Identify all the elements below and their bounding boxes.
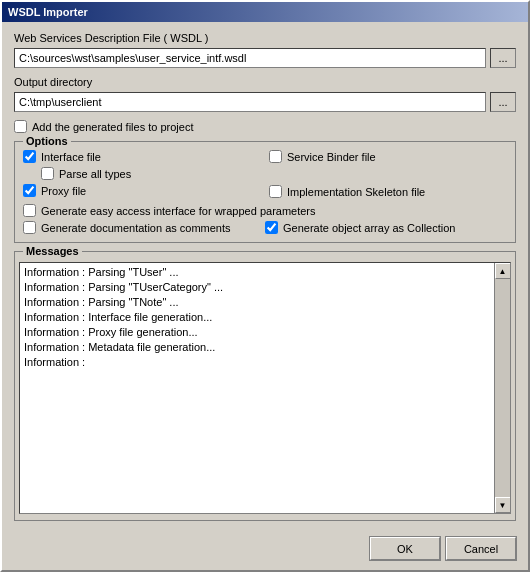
easy-access-checkbox[interactable] [23, 204, 36, 217]
interface-file-label: Interface file [41, 151, 101, 163]
output-input-row: ... [14, 92, 516, 112]
output-browse-button[interactable]: ... [490, 92, 516, 112]
service-binder-label: Service Binder file [287, 151, 376, 163]
interface-file-checkbox[interactable] [23, 150, 36, 163]
cancel-button[interactable]: Cancel [446, 537, 516, 560]
generate-object-array-row: Generate object array as Collection [265, 221, 507, 234]
options-right-col: Service Binder file Implementation Skele… [269, 150, 507, 198]
service-binder-row: Service Binder file [269, 150, 507, 163]
messages-group: Messages Information : Parsing "TUser" .… [14, 251, 516, 521]
add-to-project-label: Add the generated files to project [32, 121, 193, 133]
wsdl-input[interactable] [14, 48, 486, 68]
generate-docs-row: Generate documentation as comments [23, 221, 265, 234]
ok-button[interactable]: OK [370, 537, 440, 560]
options-legend: Options [23, 135, 71, 147]
options-grid: Interface file Parse all types Proxy fil… [23, 150, 507, 198]
proxy-file-label: Proxy file [41, 185, 86, 197]
messages-text: Information : Parsing "TUser" ...Informa… [20, 263, 494, 513]
interface-file-row: Interface file [23, 150, 261, 163]
wsdl-browse-button[interactable]: ... [490, 48, 516, 68]
generate-object-array-label: Generate object array as Collection [283, 222, 455, 234]
parse-all-types-label: Parse all types [59, 168, 131, 180]
messages-content: Information : Parsing "TUser" ...Informa… [19, 262, 511, 514]
bottom-options-grid: Generate documentation as comments Gener… [23, 221, 507, 234]
wsdl-input-row: ... [14, 48, 516, 68]
easy-access-label: Generate easy access interface for wrapp… [41, 205, 316, 217]
scrollbar: ▲ ▼ [494, 263, 510, 513]
output-field-group: Output directory ... [14, 76, 516, 112]
generate-docs-label: Generate documentation as comments [41, 222, 231, 234]
proxy-file-row: Proxy file [23, 184, 261, 197]
add-to-project-checkbox[interactable] [14, 120, 27, 133]
messages-legend: Messages [23, 245, 82, 257]
options-left-col: Interface file Parse all types Proxy fil… [23, 150, 261, 198]
scroll-down-button[interactable]: ▼ [495, 497, 511, 513]
scroll-track [495, 279, 510, 497]
scroll-up-button[interactable]: ▲ [495, 263, 511, 279]
output-label: Output directory [14, 76, 516, 88]
implementation-skeleton-checkbox[interactable] [269, 185, 282, 198]
generate-docs-checkbox[interactable] [23, 221, 36, 234]
options-group: Options Interface file Parse all types P… [14, 141, 516, 243]
footer: OK Cancel [2, 531, 528, 570]
easy-access-row: Generate easy access interface for wrapp… [23, 204, 507, 217]
service-binder-checkbox[interactable] [269, 150, 282, 163]
output-input[interactable] [14, 92, 486, 112]
wsdl-field-group: Web Services Description File ( WSDL ) .… [14, 32, 516, 68]
wsdl-label: Web Services Description File ( WSDL ) [14, 32, 516, 44]
add-to-project-row: Add the generated files to project [14, 120, 516, 133]
proxy-file-checkbox[interactable] [23, 184, 36, 197]
parse-all-types-row: Parse all types [41, 167, 261, 180]
window-title: WSDL Importer [8, 6, 88, 18]
parse-all-types-checkbox[interactable] [41, 167, 54, 180]
implementation-skeleton-row: Implementation Skeleton file [269, 185, 507, 198]
generate-object-array-checkbox[interactable] [265, 221, 278, 234]
implementation-skeleton-label: Implementation Skeleton file [287, 186, 425, 198]
wsdl-importer-window: WSDL Importer Web Services Description F… [0, 0, 530, 572]
main-content: Web Services Description File ( WSDL ) .… [2, 22, 528, 531]
title-bar: WSDL Importer [2, 2, 528, 22]
